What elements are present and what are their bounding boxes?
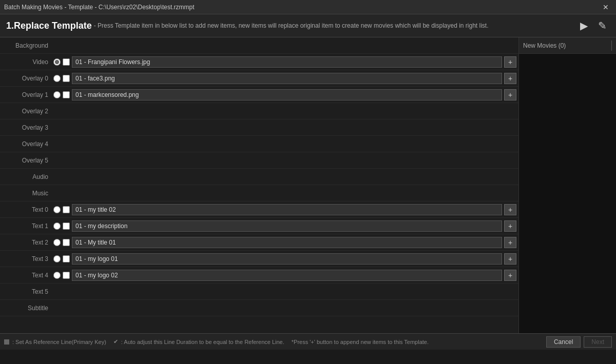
row-background: Background <box>0 37 518 54</box>
new-movies-title: New Movies (0) <box>523 42 566 49</box>
controls-video: 01 - Frangipani Flowers.jpg + <box>51 56 518 68</box>
radio-text0[interactable] <box>53 206 61 213</box>
controls-text2: 01 - My title 01 + <box>51 237 518 248</box>
label-video: Video <box>0 58 51 66</box>
row-video: Video 01 - Frangipani Flowers.jpg + <box>0 54 518 70</box>
checkbox-text4[interactable] <box>63 272 70 279</box>
file-text2[interactable]: 01 - My title 01 <box>72 237 502 248</box>
label-text4: Text 4 <box>0 272 51 279</box>
controls-text0: 01 - my title 02 + <box>51 204 518 215</box>
check-desc: : Auto adjust this Line Duration to be e… <box>121 339 284 345</box>
row-text2: Text 2 01 - My title 01 + <box>0 234 518 251</box>
file-text4[interactable]: 01 - my logo 02 <box>72 270 502 281</box>
checkbox-overlay1[interactable] <box>63 91 70 98</box>
plus-text4[interactable]: + <box>504 270 516 281</box>
file-overlay0[interactable]: 01 - face3.png <box>72 73 502 84</box>
label-text0: Text 0 <box>0 206 51 213</box>
plus-text2[interactable]: + <box>504 237 516 248</box>
label-text3: Text 3 <box>0 255 51 262</box>
file-text0[interactable]: 01 - my title 02 <box>72 204 502 215</box>
label-overlay1: Overlay 1 <box>0 91 51 98</box>
checkbox-text2[interactable] <box>63 239 70 246</box>
row-text0: Text 0 01 - my title 02 + <box>0 201 518 218</box>
row-overlay0: Overlay 0 01 - face3.png + <box>0 70 518 87</box>
plus-text0[interactable]: + <box>504 204 516 215</box>
row-music: Music <box>0 185 518 201</box>
plus-overlay1[interactable]: + <box>504 89 516 100</box>
row-overlay1: Overlay 1 01 - markcensored.png + <box>0 87 518 103</box>
step-description: - Press Template item in below list to a… <box>94 22 489 29</box>
row-text1: Text 1 01 - my description + <box>0 218 518 234</box>
rows-container: Background Video 01 - Frangipani Flowers… <box>0 37 518 333</box>
row-audio: Audio <box>0 169 518 185</box>
row-overlay2: Overlay 2 <box>0 103 518 119</box>
checkbox-overlay0[interactable] <box>63 75 70 82</box>
label-overlay2: Overlay 2 <box>0 108 51 115</box>
header-icon-group: ▶ ✎ <box>577 18 610 33</box>
row-text4: Text 4 01 - my logo 02 + <box>0 267 518 284</box>
label-background: Background <box>0 42 51 49</box>
label-overlay0: Overlay 0 <box>0 75 51 82</box>
edit-button[interactable]: ✎ <box>595 18 610 33</box>
center-spacer <box>0 316 518 333</box>
file-text1[interactable]: 01 - my description <box>72 220 502 232</box>
label-text1: Text 1 <box>0 223 51 230</box>
square-desc: : Set As Reference Line(Primary Key) <box>12 339 106 345</box>
next-button[interactable]: Next <box>584 336 612 348</box>
close-button[interactable]: ✕ <box>600 2 612 12</box>
header-section: 1.Replace Template - Press Template item… <box>0 14 616 37</box>
radio-overlay0[interactable] <box>53 75 61 82</box>
right-panel: New Movies (0) <box>518 37 616 333</box>
status-bar-actions: Cancel Next <box>546 336 612 348</box>
label-text5: Text 5 <box>0 288 51 295</box>
panel-divider <box>611 41 612 51</box>
checkbox-text0[interactable] <box>63 206 70 213</box>
app-window: Batch Making Movies - Template - C:\User… <box>0 0 616 350</box>
label-overlay4: Overlay 4 <box>0 140 51 148</box>
label-overlay3: Overlay 3 <box>0 124 51 131</box>
row-overlay5: Overlay 5 <box>0 152 518 169</box>
label-audio: Audio <box>0 173 51 180</box>
plus-overlay0[interactable]: + <box>504 73 516 84</box>
body-section: Background Video 01 - Frangipani Flowers… <box>0 37 616 333</box>
file-video[interactable]: 01 - Frangipani Flowers.jpg <box>72 56 502 68</box>
cancel-button[interactable]: Cancel <box>546 336 581 348</box>
status-bar: : Set As Reference Line(Primary Key) ✔ :… <box>0 333 616 350</box>
row-overlay3: Overlay 3 <box>0 119 518 136</box>
radio-text3[interactable] <box>53 255 61 262</box>
play-button[interactable]: ▶ <box>577 18 591 33</box>
controls-overlay1: 01 - markcensored.png + <box>51 89 518 100</box>
row-text3: Text 3 01 - my logo 01 + <box>0 251 518 267</box>
controls-text3: 01 - my logo 01 + <box>51 253 518 265</box>
label-music: Music <box>0 190 51 197</box>
controls-overlay0: 01 - face3.png + <box>51 73 518 84</box>
square-icon <box>4 339 9 345</box>
checkbox-video[interactable] <box>63 58 70 66</box>
controls-text4: 01 - my logo 02 + <box>51 270 518 281</box>
plus-text1[interactable]: + <box>504 220 516 232</box>
controls-text1: 01 - my description + <box>51 220 518 232</box>
header-text-group: 1.Replace Template - Press Template item… <box>6 21 489 31</box>
right-panel-content <box>519 54 616 333</box>
radio-video[interactable] <box>53 58 61 66</box>
label-overlay5: Overlay 5 <box>0 157 51 164</box>
row-overlay4: Overlay 4 <box>0 136 518 152</box>
title-bar: Batch Making Movies - Template - C:\User… <box>0 0 616 14</box>
label-subtitle: Subtitle <box>0 305 51 312</box>
checkbox-text1[interactable] <box>63 223 70 230</box>
plus-video[interactable]: + <box>504 56 516 68</box>
step-title: 1.Replace Template <box>6 21 92 31</box>
radio-text4[interactable] <box>53 272 61 279</box>
checkbox-text3[interactable] <box>63 255 70 262</box>
file-text3[interactable]: 01 - my logo 01 <box>72 253 502 265</box>
label-text2: Text 2 <box>0 239 51 246</box>
plus-desc: *Press '+' button to append new items to… <box>292 339 429 345</box>
radio-text1[interactable] <box>53 223 61 230</box>
radio-text2[interactable] <box>53 239 61 246</box>
file-overlay1[interactable]: 01 - markcensored.png <box>72 89 502 100</box>
radio-overlay1[interactable] <box>53 91 61 98</box>
window-title: Batch Making Movies - Template - C:\User… <box>4 4 195 11</box>
plus-text3[interactable]: + <box>504 253 516 265</box>
check-icon: ✔ <box>113 338 118 345</box>
row-subtitle: Subtitle <box>0 300 518 316</box>
